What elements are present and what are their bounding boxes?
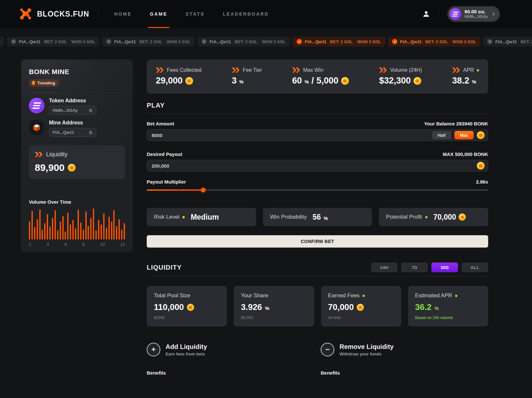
bet-amount-text: BET: 2 SOL	[44, 39, 67, 44]
yellow-status-dot	[182, 216, 185, 218]
wallet-pill[interactable]: 90.00 SOL Hk8h...SGAy	[448, 6, 500, 21]
bonk-coin-icon	[357, 304, 364, 311]
divider	[147, 276, 488, 276]
bets-ticker: + FtA...Qw11 BET: 2 SOL WON 3 SOL + FtA.…	[0, 37, 532, 46]
stat-volume-24h: Volume (24H) $32,300	[379, 67, 422, 86]
card-label: Estimated APR	[415, 292, 452, 299]
token-address-pill[interactable]: Hk8h...SGAy	[49, 106, 96, 115]
nav-game[interactable]: GAME	[150, 0, 167, 28]
percent-sign: %	[239, 79, 243, 84]
stat-icon	[292, 68, 300, 73]
green-status-dot	[363, 295, 365, 297]
slider-handle[interactable]	[201, 188, 205, 192]
x-tick-label: 4	[47, 242, 49, 247]
confirm-bet-button[interactable]: CONFIRM BET	[147, 235, 488, 248]
stat-max-win: Max Win 60 % / 5,000	[292, 67, 349, 86]
bet-amount-text: BET: 2 SOL	[425, 39, 448, 44]
divider	[29, 92, 125, 93]
trending-badge: Trending	[29, 79, 59, 87]
token-coin-icon	[29, 98, 44, 113]
percent-sign: %	[472, 79, 476, 84]
range-24h-button[interactable]: 24H	[371, 263, 398, 272]
divider	[147, 113, 488, 113]
wallet-balance: 90.00 SOL	[464, 9, 488, 14]
range-7d-button[interactable]: 7D	[401, 263, 428, 272]
liquidity-label: Liquidity	[46, 151, 68, 158]
card-label: Your Share	[241, 292, 268, 299]
potential-profit-value: 70,000	[433, 213, 456, 222]
mine-address-label: Mine Address	[49, 120, 96, 126]
stat-icon	[156, 68, 164, 73]
bonk-coin-icon	[459, 213, 466, 221]
liquidity-value: 89,900	[35, 162, 65, 173]
max-button[interactable]: Max	[454, 131, 474, 139]
ticker-chip[interactable]: + FtA...Qw11 BET: 2 SOL WON 3 SOL	[198, 37, 290, 46]
x-tick-label: 6	[65, 242, 67, 247]
ticker-chip[interactable]: − FtA...Qw11 BET: 2 SOL WON 3 SOL	[388, 37, 480, 46]
range-30d-button[interactable]: 30D	[431, 263, 458, 272]
ticker-chip[interactable]: + FtA...Qw11 BET: 2 SOL WON 3 SOL	[7, 37, 99, 46]
bet-sign-icon: −	[297, 39, 302, 44]
trending-label: Trending	[37, 81, 55, 85]
liquidity-icon	[35, 152, 43, 157]
green-status-dot	[477, 69, 479, 71]
card-subtext: $6,000	[241, 315, 307, 320]
bet-won-text: WON 3 SOL	[262, 39, 286, 44]
percent-sign: %	[304, 79, 309, 84]
x-tick-label: 10	[100, 242, 105, 247]
bet-address: FtA...Qw11	[495, 39, 517, 44]
half-button[interactable]: Half	[432, 131, 451, 139]
brand[interactable]: BLOCKS.FUN	[19, 0, 89, 28]
bet-amount-text: BET: 2 SOL	[330, 39, 353, 44]
nav-leaderboard[interactable]: LEADERBOARD	[223, 0, 269, 28]
solana-coin-icon	[450, 8, 461, 20]
flame-icon	[32, 81, 35, 85]
ticker-chip[interactable]: + FtA...Qw11 BET: 2 SOL WON 3 SOL	[0, 37, 4, 46]
card-value: 110,000	[154, 302, 184, 312]
bonk-coin-icon	[477, 131, 485, 139]
volume-chart-title: Volume Over Time	[29, 199, 125, 205]
play-section: PLAY Bet Amount Your Balance 283940 BONK…	[147, 102, 488, 248]
volume-bar-chart	[29, 209, 125, 239]
external-link-icon	[89, 130, 93, 135]
mine-address-pill[interactable]: FtA...Qw11	[49, 128, 96, 137]
plus-icon	[147, 343, 160, 356]
remove-benefits-label: Benefits	[321, 370, 488, 376]
desired-payout-input[interactable]	[152, 163, 474, 169]
liquidity-heading: LIQUIDITY	[147, 264, 182, 271]
add-liquidity-title: Add Liquidity	[166, 343, 207, 351]
payout-multiplier-label: Payout Multiplier	[147, 179, 186, 185]
add-liquidity-action[interactable]: Add Liquidity Earn fees from bets	[147, 343, 321, 356]
stat-label: Max Win	[303, 67, 323, 73]
percent-sign: %	[434, 305, 439, 311]
nav-home[interactable]: HOME	[114, 0, 132, 28]
card-value: 3.926	[241, 302, 262, 312]
nav-stats[interactable]: STATS	[186, 0, 205, 28]
card-value: 36.2	[415, 302, 432, 312]
x-tick-label: 8	[82, 242, 85, 247]
bet-amount-input[interactable]	[152, 133, 429, 138]
bet-sign-icon: −	[392, 39, 397, 44]
range-all-button[interactable]: ALL	[462, 263, 488, 272]
mine-address-value: FtA...Qw11	[53, 130, 74, 135]
potential-profit-label: Potential Profit	[386, 214, 422, 220]
card-subtext: All time	[328, 315, 394, 320]
ticker-chip[interactable]: − FtA...Qw11 BET: 2 SOL WON 3 SOL	[293, 37, 385, 46]
bet-amount-field: Half Max	[147, 129, 488, 141]
risk-level-box: Risk Level Medium	[147, 208, 256, 226]
nav-divider	[439, 9, 439, 19]
external-link-icon	[89, 108, 93, 112]
add-liquidity-subtitle: Earn fees from bets	[166, 352, 207, 356]
user-icon[interactable]	[422, 10, 430, 18]
card-subtext: BONK	[154, 315, 220, 320]
ticker-chip[interactable]: + FtA...Qw11 BET: 2 SOL WON 3 SOL	[102, 37, 194, 46]
token-address-label: Token Address	[49, 98, 96, 104]
bet-amount-label: Bet Amount	[147, 121, 174, 126]
card-label: Total Pool Size	[154, 292, 190, 299]
payout-multiplier-slider[interactable]	[147, 188, 488, 192]
remove-liquidity-action[interactable]: Remove Liquidity Withdraw your funds	[321, 343, 488, 356]
bet-amount-text: BET: 2 SOL	[139, 39, 162, 44]
max-payout-label: MAX 500,000 BONK	[443, 151, 488, 157]
bonk-coin-icon	[414, 77, 421, 85]
ticker-chip[interactable]: + FtA...Qw11 BET: 2 SOL WON 3 SOL	[483, 37, 532, 46]
